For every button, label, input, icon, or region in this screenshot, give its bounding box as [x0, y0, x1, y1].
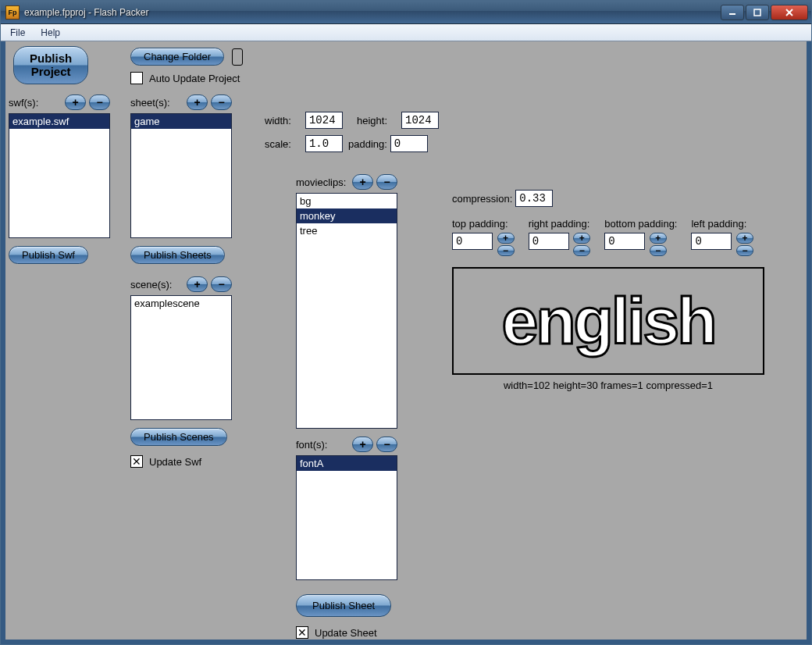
list-item[interactable]: example.swf: [9, 114, 109, 129]
list-item[interactable]: examplescene: [131, 296, 231, 311]
change-folder-button[interactable]: Change Folder: [130, 48, 224, 66]
list-item[interactable]: monkey: [297, 208, 397, 223]
movieclip-list[interactable]: bg monkey tree: [296, 193, 397, 429]
swf-remove-button[interactable]: −: [89, 94, 110, 110]
left-padding-input[interactable]: [691, 233, 732, 250]
publish-swf-button[interactable]: Publish Swf: [9, 246, 88, 264]
width-label: width:: [265, 115, 291, 127]
top-padding-inc[interactable]: +: [497, 233, 515, 244]
menu-file[interactable]: File: [5, 26, 30, 40]
update-sheet-label: Update Sheet: [315, 627, 377, 639]
folder-icon: [232, 48, 243, 66]
compression-label: compression:: [452, 193, 512, 205]
scale-input[interactable]: [305, 135, 343, 152]
titlebar[interactable]: Fp example.fpproj - Flash Packer: [1, 1, 811, 24]
list-item[interactable]: fontA: [297, 456, 397, 471]
close-button[interactable]: [771, 5, 808, 20]
update-sheet-checkbox[interactable]: ✕: [296, 626, 308, 639]
preview-info: width=102 height=30 frames=1 compressed=…: [504, 380, 713, 391]
minimize-button[interactable]: [721, 5, 744, 20]
publish-sheets-button[interactable]: Publish Sheets: [130, 246, 225, 264]
publish-scenes-button[interactable]: Publish Scenes: [130, 428, 227, 446]
movieclips-label: movieclips:: [296, 176, 346, 188]
compression-input[interactable]: [515, 190, 553, 207]
bottom-padding-label: bottom padding:: [604, 218, 677, 230]
left-padding-inc[interactable]: +: [736, 233, 753, 244]
svg-rect-1: [754, 9, 760, 16]
movieclip-add-button[interactable]: +: [352, 174, 373, 190]
auto-update-label: Auto Update Project: [149, 73, 240, 84]
top-padding-dec[interactable]: −: [497, 245, 515, 256]
right-padding-dec[interactable]: −: [573, 245, 590, 256]
scenes-label: scene(s):: [130, 279, 172, 290]
fonts-label: font(s):: [296, 439, 327, 451]
update-swf-label: Update Swf: [149, 456, 201, 468]
swf-add-button[interactable]: +: [65, 94, 86, 110]
maximize-button[interactable]: [746, 5, 769, 20]
scene-add-button[interactable]: +: [187, 276, 208, 292]
list-item[interactable]: tree: [297, 223, 397, 238]
sheet-list[interactable]: game: [130, 113, 232, 238]
window-title: example.fpproj - Flash Packer: [24, 7, 721, 18]
width-input[interactable]: [305, 112, 343, 129]
scale-label: scale:: [265, 138, 291, 150]
left-padding-dec[interactable]: −: [736, 245, 753, 256]
height-input[interactable]: [401, 112, 439, 129]
right-padding-input[interactable]: [529, 233, 569, 250]
preview-box: english: [452, 267, 764, 375]
menubar: File Help: [1, 24, 811, 41]
font-add-button[interactable]: +: [352, 437, 373, 452]
movieclip-remove-button[interactable]: −: [376, 174, 397, 190]
bottom-padding-inc[interactable]: +: [650, 233, 667, 244]
publish-project-button[interactable]: Publish Project: [13, 46, 88, 84]
list-item[interactable]: bg: [297, 194, 397, 208]
sheet-remove-button[interactable]: −: [211, 94, 232, 110]
swf-list[interactable]: example.swf: [9, 113, 110, 238]
menu-help[interactable]: Help: [36, 26, 65, 40]
scene-list[interactable]: examplescene: [130, 295, 232, 420]
auto-update-checkbox[interactable]: [130, 72, 143, 84]
list-item[interactable]: game: [131, 114, 231, 129]
top-padding-input[interactable]: [452, 233, 493, 250]
swfs-label: swf(s):: [9, 97, 38, 109]
padding-input[interactable]: [390, 135, 428, 152]
right-padding-inc[interactable]: +: [573, 233, 590, 244]
app-icon: Fp: [5, 5, 20, 20]
preview-text: english: [501, 283, 714, 359]
update-swf-checkbox[interactable]: ✕: [130, 455, 143, 468]
right-padding-label: right padding:: [529, 218, 591, 230]
top-padding-label: top padding:: [452, 218, 515, 230]
padding-label: padding:: [348, 138, 387, 150]
sheet-add-button[interactable]: +: [187, 94, 208, 110]
left-padding-label: left padding:: [691, 218, 753, 230]
sheets-label: sheet(s):: [130, 97, 170, 109]
app-window: Fp example.fpproj - Flash Packer File He…: [0, 0, 812, 645]
height-label: height:: [357, 115, 387, 127]
content-area: Publish Project Change Folder Auto Updat…: [1, 41, 811, 644]
font-remove-button[interactable]: −: [376, 437, 397, 452]
publish-sheet-button[interactable]: Publish Sheet: [296, 594, 391, 617]
scene-remove-button[interactable]: −: [211, 276, 232, 292]
font-list[interactable]: fontA: [296, 455, 397, 580]
bottom-padding-input[interactable]: [604, 233, 645, 250]
bottom-padding-dec[interactable]: −: [650, 245, 667, 256]
